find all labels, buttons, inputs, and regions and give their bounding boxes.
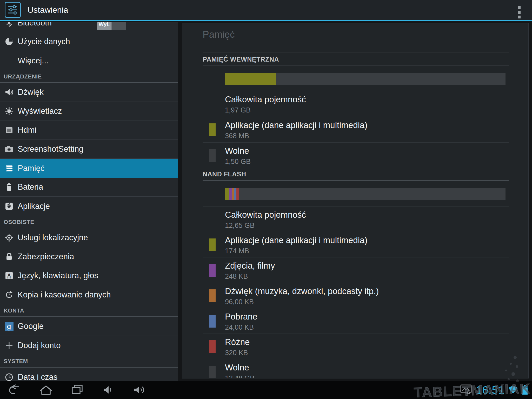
storage-row: Całkowita pojemność 1,97 GB <box>203 91 509 117</box>
sidebar-item-sound[interactable]: Dźwięk <box>0 83 178 102</box>
sidebar-item-bluetooth[interactable]: Bluetooth Wył. <box>0 22 178 32</box>
data-usage-icon <box>5 37 14 46</box>
section-header-personal: OSOBISTE <box>0 216 178 228</box>
settings-sidebar: Bluetooth Wył. Użycie danych Więcej... U… <box>0 22 178 381</box>
divider <box>203 180 509 181</box>
battery-icon <box>522 384 528 396</box>
section-header-internal-memory: PAMIĘĆ WEWNĘTRZNA <box>203 56 279 63</box>
back-button[interactable] <box>6 383 24 397</box>
storage-row: Wolne 1,50 GB <box>203 142 509 168</box>
wifi-icon <box>508 385 518 395</box>
clock-icon <box>5 373 14 381</box>
legend-swatch <box>209 289 216 302</box>
sidebar-item-date-time[interactable]: Data i czas <box>0 368 178 381</box>
legend-swatch <box>209 264 216 277</box>
bar-segment <box>225 188 229 200</box>
internal-storage-bar <box>225 73 506 85</box>
sidebar-item-more[interactable]: Więcej... <box>0 51 178 70</box>
sidebar-item-data-usage[interactable]: Użycie danych <box>0 32 178 51</box>
bluetooth-toggle[interactable]: Wył. <box>97 22 126 30</box>
sidebar-item-language[interactable]: A Język, klawiatura, głos <box>0 266 178 285</box>
bar-segment <box>236 188 239 200</box>
settings-app-icon <box>5 2 21 18</box>
internal-storage-rows: Całkowita pojemność 1,97 GB Aplikacje (d… <box>203 91 509 168</box>
sidebar-item-battery[interactable]: Bateria <box>0 178 178 197</box>
legend-swatch <box>209 123 216 136</box>
google-icon: g <box>5 322 14 331</box>
location-icon <box>5 233 14 242</box>
sidebar-item-hdmi[interactable]: Hdmi <box>0 121 178 140</box>
divider <box>203 52 509 53</box>
storage-row: Całkowita pojemność 12,65 GB <box>203 206 509 232</box>
action-bar: Ustawienia <box>0 0 532 21</box>
status-clock: 16:51 <box>476 384 504 396</box>
section-header-system: SYSTEM <box>0 355 178 368</box>
storage-icon <box>5 164 14 173</box>
bluetooth-icon <box>5 22 14 27</box>
sidebar-item-storage[interactable]: Pamięć <box>0 159 178 178</box>
legend-swatch <box>209 238 216 251</box>
storage-row: Wolne 12,48 GB <box>203 359 509 378</box>
divider <box>203 65 509 65</box>
storage-row: Różne 320 KB <box>203 334 509 359</box>
storage-row: Aplikacje (dane aplikacji i multimedia) … <box>203 232 509 257</box>
bar-segment <box>232 188 234 200</box>
storage-row: Aplikacje (dane aplikacji i multimedia) … <box>203 117 509 142</box>
sidebar-item-backup-reset[interactable]: Kopia i kasowanie danych <box>0 285 178 304</box>
sidebar-item-apps[interactable]: Aplikacje <box>0 197 178 216</box>
lock-icon <box>5 252 14 261</box>
camera-icon <box>5 145 14 154</box>
storage-row: Pobrane 24,00 KB <box>203 308 509 334</box>
sliders-icon <box>7 4 19 16</box>
system-nav-bar: 16:51 <box>0 381 532 399</box>
battery-icon <box>5 183 14 191</box>
storage-panel: Pamięć PAMIĘĆ WEWNĘTRZNA Całkowita pojem… <box>182 23 529 378</box>
bar-segment <box>225 73 276 85</box>
toggle-track <box>112 22 126 30</box>
status-cluster[interactable]: 16:51 <box>460 381 528 399</box>
speaker-icon <box>5 88 14 97</box>
backup-restore-icon <box>5 290 14 299</box>
volume-up-button[interactable] <box>130 383 149 397</box>
sidebar-item-security[interactable]: Zabezpieczenia <box>0 247 178 266</box>
nand-storage-rows: Całkowita pojemność 12,65 GB Aplikacje (… <box>203 206 509 378</box>
section-header-accounts: KONTA <box>0 304 178 317</box>
storage-row: Dźwięk (muzyka, dzwonki, podcasty itp.) … <box>203 283 509 308</box>
legend-swatch <box>209 315 216 328</box>
page-title: Ustawienia <box>28 5 68 15</box>
sidebar-item-screenshot-setting[interactable]: ScreenshotSetting <box>0 140 178 159</box>
legend-swatch <box>209 149 216 162</box>
sidebar-item-google[interactable]: g Google <box>0 317 178 336</box>
recents-button[interactable] <box>68 383 86 397</box>
svg-text:A: A <box>8 273 11 278</box>
legend-swatch <box>209 340 216 353</box>
display-panel-icon <box>5 126 14 135</box>
screenshot-notification-icon <box>460 384 473 396</box>
plus-icon <box>5 341 14 350</box>
sidebar-item-location[interactable]: Usługi lokalizacyjne <box>0 228 178 247</box>
legend-swatch <box>209 366 216 378</box>
volume-down-button[interactable] <box>99 383 117 397</box>
panel-title: Pamięć <box>203 29 235 40</box>
overflow-menu-icon[interactable] <box>517 5 522 19</box>
sidebar-item-add-account[interactable]: Dodaj konto <box>0 336 178 355</box>
sidebar-item-display[interactable]: Wyświetlacz <box>0 102 178 121</box>
storage-row: Zdjęcia, filmy 248 KB <box>203 257 509 283</box>
apps-icon <box>5 202 14 211</box>
section-header-device: URZĄDZENIE <box>0 70 178 83</box>
section-header-nand-flash: NAND FLASH <box>203 170 246 178</box>
android-settings-screen: Ustawienia Bluetooth Wył. <box>0 0 532 399</box>
language-icon: A <box>5 271 14 280</box>
bar-segment <box>229 188 232 200</box>
brightness-icon <box>5 107 14 116</box>
home-button[interactable] <box>37 383 55 397</box>
bar-segment <box>234 188 236 200</box>
nand-storage-bar <box>225 188 506 200</box>
